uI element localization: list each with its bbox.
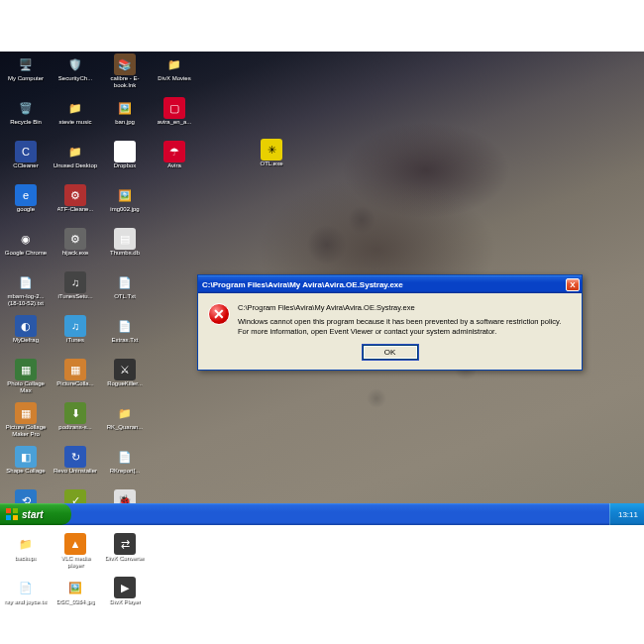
error-dialog: C:\Program Files\Avira\My Avira\Avira.OE… [197, 274, 583, 371]
itunes-setup-icon[interactable]: ♫iTunesSetu... [52, 271, 99, 313]
rkreport-icon: 📄 [114, 446, 136, 468]
stevie-music-icon: 📁 [64, 97, 86, 119]
icon-label: mbam-log-2... (18-10-52).txt [3, 293, 49, 307]
itunes-icon: ♫ [64, 315, 86, 337]
icon-label: Google Chrome [5, 250, 47, 257]
photo-collage-max-icon[interactable]: ▦Photo Collage Max [2, 359, 50, 400]
roguekiller-icon: ⚔ [114, 359, 136, 380]
close-button[interactable]: X [566, 278, 580, 291]
windows-logo-icon [6, 508, 18, 520]
dialog-titlebar[interactable]: C:\Program Files\Avira\My Avira\Avira.OE… [198, 275, 582, 293]
recycle-bin-icon: 🗑️ [15, 97, 37, 119]
icon-label: PictureColla... [56, 380, 93, 387]
icon-label: Photo Collage Max [3, 380, 49, 394]
podtrans-icon: ⬇ [64, 402, 86, 424]
ban-jpg-icon[interactable]: 🖼️ban.jpg [101, 97, 149, 139]
dsc0384-icon: 🖼️ [64, 577, 86, 598]
otl-txt-icon[interactable]: 📄OTL.Txt [101, 271, 149, 313]
revo-icon[interactable]: ↻Revo Uninstaller [52, 446, 99, 487]
dialog-button-row: OK [198, 343, 582, 370]
start-button[interactable]: start [0, 503, 71, 525]
icon-label: Unused Desktop [54, 162, 97, 169]
icon-label: RKreport[... [110, 468, 141, 475]
icon-label: Avira [167, 162, 181, 169]
ccleaner-icon[interactable]: CCCleaner [2, 141, 50, 182]
icon-label: google [17, 206, 35, 213]
avira-icon[interactable]: ☂Avira [151, 141, 198, 182]
chrome-icon[interactable]: ◉Google Chrome [2, 228, 50, 269]
divx-movies-icon: 📁 [163, 54, 185, 75]
icon-label: stevie music [58, 119, 91, 126]
shape-collage-icon[interactable]: ◧Shape Collage [2, 446, 50, 487]
divx-movies-icon[interactable]: 📁DivX Movies [151, 54, 198, 95]
icon-label: Dropbox [114, 162, 137, 169]
icon-label: RK_Quaran... [107, 424, 144, 431]
ban-jpg-icon: 🖼️ [114, 97, 136, 119]
calibre-icon[interactable]: 📚calibre - E-book.lnk [101, 54, 149, 95]
icon-label: Recycle Bin [10, 119, 42, 126]
pcm-pro-icon[interactable]: ▦Picture Collage Maker Pro [2, 402, 50, 444]
extras-txt-icon[interactable]: 📄Extras.Txt [101, 315, 149, 357]
my-computer-icon[interactable]: 🖥️My Computer [2, 54, 50, 95]
atf-cleaner-icon[interactable]: ⚙ATF-Cleane... [52, 184, 99, 226]
icon-label: hijack.exe [62, 250, 89, 257]
divx-converter-icon[interactable]: ⇄DivX Converter [101, 533, 149, 575]
img002-icon[interactable]: 🖼️img002.jpg [101, 184, 149, 226]
icon-label: VLC media player [53, 555, 98, 569]
securitycheck-icon[interactable]: 🛡️SecurityCh... [52, 54, 99, 95]
backups-icon[interactable]: 📁backups [2, 533, 50, 575]
mydefrag-icon: ◐ [15, 315, 37, 337]
icon-label: CCleaner [13, 162, 38, 169]
avira-installer-icon[interactable]: ▢avira_en_a... [151, 97, 198, 139]
otl-exe-icon[interactable]: ✳ OTL.exe [248, 139, 295, 167]
dropbox-icon[interactable]: ⬢Dropbox [101, 141, 149, 182]
divx-player-icon[interactable]: ▶DivX Player [101, 577, 149, 618]
rk-quarantine-icon: 📁 [114, 402, 136, 424]
dsc0384-icon[interactable]: 🖼️DSC_0384.jpg [52, 577, 99, 618]
taskbar: start 13:11 [0, 503, 644, 525]
icon-label: calibre - E-book.lnk [102, 75, 148, 89]
thumbs-db-icon: ▤ [114, 228, 136, 250]
icon-label: Thumbs.db [110, 250, 140, 257]
dialog-body: ✕ C:\Program Files\Avira\My Avira\Avira.… [198, 293, 582, 343]
thumbs-db-icon[interactable]: ▤Thumbs.db [101, 228, 149, 269]
roguekiller-icon[interactable]: ⚔RogueKiller... [101, 359, 149, 400]
picture-collage-icon: ▦ [64, 359, 86, 380]
ray-joyce-icon: 📄 [15, 577, 37, 598]
desktop[interactable]: 🖥️My Computer🛡️SecurityCh...📚calibre - E… [0, 52, 644, 525]
itunes-icon[interactable]: ♫iTunes [52, 315, 99, 357]
img002-icon: 🖼️ [114, 184, 136, 206]
hijack-icon[interactable]: ⚙hijack.exe [52, 228, 99, 269]
rk-quarantine-icon[interactable]: 📁RK_Quaran... [101, 402, 149, 444]
recycle-bin-icon[interactable]: 🗑️Recycle Bin [2, 97, 50, 139]
dialog-message: Windows cannot open this program because… [238, 317, 572, 337]
icon-label: Extras.Txt [111, 337, 138, 344]
clock: 13:11 [618, 510, 638, 519]
vlc-icon[interactable]: ▲VLC media player [52, 533, 99, 575]
podtrans-icon[interactable]: ⬇podtrans-s... [52, 402, 99, 444]
google-icon[interactable]: egoogle [2, 184, 50, 226]
icon-label: DivX Converter [105, 555, 146, 562]
hijack-icon: ⚙ [64, 228, 86, 250]
start-label: start [22, 509, 44, 520]
icon-label: DivX Movies [158, 75, 190, 82]
icon-label: Revo Uninstaller [54, 468, 97, 475]
icon-label: DivX Player [109, 598, 140, 605]
backups-icon: 📁 [15, 533, 37, 555]
unused-desktop-icon[interactable]: 📁Unused Desktop [52, 141, 99, 182]
mydefrag-icon[interactable]: ◐MyDefrag [2, 315, 50, 357]
mbam-log-icon[interactable]: 📄mbam-log-2... (18-10-52).txt [2, 271, 50, 313]
chrome-icon: ◉ [15, 228, 37, 250]
ray-joyce-icon[interactable]: 📄ray and joyce.txt [2, 577, 50, 618]
atf-cleaner-icon: ⚙ [64, 184, 86, 206]
stevie-music-icon[interactable]: 📁stevie music [52, 97, 99, 139]
gear-icon: ✳ [261, 139, 282, 161]
picture-collage-icon[interactable]: ▦PictureColla... [52, 359, 99, 400]
dialog-text: C:\Program Files\Avira\My Avira\Avira.OE… [238, 303, 572, 337]
ok-button[interactable]: OK [363, 345, 418, 360]
system-tray[interactable]: 13:11 [609, 503, 644, 525]
rkreport-icon[interactable]: 📄RKreport[... [101, 446, 149, 487]
icon-label: avira_en_a... [158, 119, 192, 126]
avira-installer-icon: ▢ [163, 97, 185, 119]
close-icon: X [570, 280, 575, 289]
